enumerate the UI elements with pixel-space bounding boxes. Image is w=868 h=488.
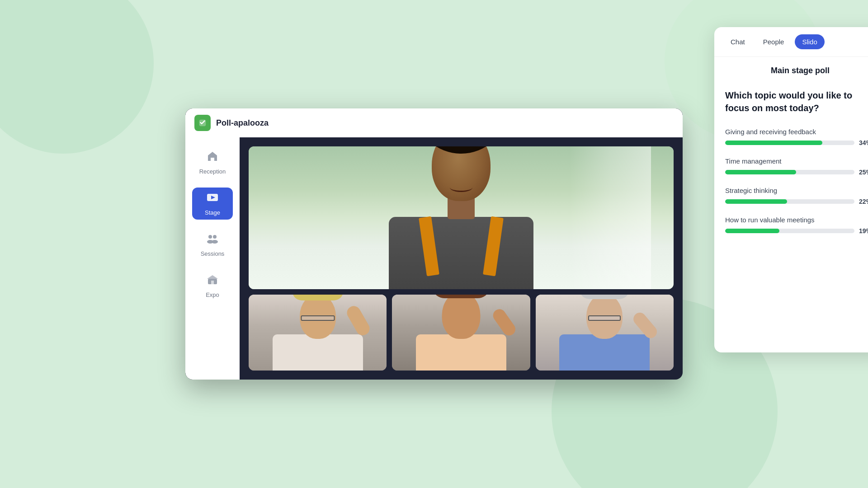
- svg-rect-8: [211, 281, 214, 284]
- sidebar-item-reception[interactable]: Reception: [192, 146, 233, 178]
- video-thumbnails: [249, 295, 674, 371]
- poll-bar-bg-3: [725, 199, 854, 204]
- poll-pct-2: 25%: [859, 169, 868, 176]
- poll-pct-3: 22%: [859, 198, 868, 205]
- thumbnail-person-3: [536, 295, 674, 371]
- tab-chat[interactable]: Chat: [723, 34, 752, 49]
- poll-bar-row-1: 34%: [725, 139, 868, 146]
- app-sidebar: Reception Stage: [185, 137, 240, 380]
- app-content: [240, 137, 683, 380]
- thumbnail-person-1: [249, 295, 387, 371]
- poll-bar-fill-4: [725, 229, 779, 233]
- poll-option-1: Giving and receiving feedback 34%: [725, 128, 868, 146]
- svg-point-5: [212, 240, 218, 244]
- sidebar-item-stage[interactable]: Stage: [192, 188, 233, 220]
- poll-bar-row-3: 22%: [725, 198, 868, 205]
- poll-option-2-label: Time management: [725, 157, 868, 165]
- svg-point-2: [208, 235, 212, 239]
- poll-question: Which topic would you like to focus on m…: [725, 89, 868, 114]
- poll-bar-fill-2: [725, 170, 796, 174]
- video-thumb-3: [536, 295, 674, 371]
- thumbnail-person-2: [392, 295, 530, 371]
- video-thumb-1: [249, 295, 387, 371]
- main-video-background: [249, 146, 674, 289]
- poll-option-4-label: How to run valuable meetings: [725, 216, 868, 224]
- poll-bar-bg-2: [725, 170, 854, 174]
- panel-tabs: Chat People Slido: [714, 27, 868, 57]
- tab-people[interactable]: People: [756, 34, 792, 49]
- poll-option-3: Strategic thinking 22%: [725, 187, 868, 205]
- home-icon: [206, 150, 219, 165]
- poll-bar-bg-1: [725, 141, 854, 145]
- expo-label: Expo: [206, 291, 219, 298]
- poll-option-1-label: Giving and receiving feedback: [725, 128, 868, 136]
- poll-pct-1: 34%: [859, 139, 868, 146]
- app-topbar: Poll-apalooza: [185, 108, 683, 137]
- stage-label: Stage: [205, 209, 220, 216]
- sidebar-item-expo[interactable]: Expo: [192, 270, 233, 302]
- svg-point-3: [213, 235, 217, 239]
- poll-bar-fill-1: [725, 141, 822, 145]
- app-window: Poll-apalooza Reception: [185, 108, 683, 380]
- panel-section-title: Main stage poll: [714, 57, 868, 80]
- poll-option-2: Time management 25%: [725, 157, 868, 176]
- tab-slido[interactable]: Slido: [795, 34, 824, 49]
- poll-content: Which topic would you like to focus on m…: [714, 80, 868, 352]
- poll-bar-row-4: 19%: [725, 227, 868, 235]
- reception-label: Reception: [199, 168, 226, 175]
- app-logo: [194, 115, 211, 131]
- poll-bar-bg-4: [725, 229, 854, 233]
- sessions-label: Sessions: [201, 250, 225, 257]
- video-thumb-2: [392, 295, 530, 371]
- poll-option-3-label: Strategic thinking: [725, 187, 868, 194]
- poll-option-4: How to run valuable meetings 19%: [725, 216, 868, 235]
- svg-marker-7: [207, 275, 218, 279]
- stage-icon: [206, 191, 219, 206]
- sidebar-item-sessions[interactable]: Sessions: [192, 229, 233, 261]
- expo-icon: [206, 273, 219, 289]
- app-title: Poll-apalooza: [216, 118, 269, 128]
- slido-panel: Chat People Slido Main stage poll Which …: [714, 27, 868, 352]
- poll-pct-4: 19%: [859, 227, 868, 235]
- poll-bar-row-2: 25%: [725, 169, 868, 176]
- poll-bar-fill-3: [725, 199, 787, 204]
- video-main: [249, 146, 674, 289]
- sessions-icon: [206, 232, 219, 248]
- page-container: Poll-apalooza Reception: [0, 0, 868, 488]
